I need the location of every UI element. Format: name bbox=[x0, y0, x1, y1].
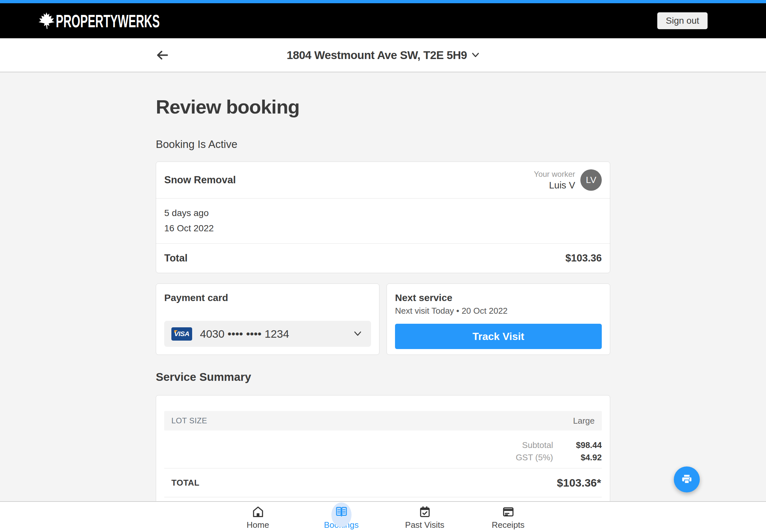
booking-card-header: Snow Removal Your worker Luis V LV bbox=[156, 162, 610, 198]
home-icon bbox=[251, 505, 265, 519]
cards-row: Payment card VISA 4030 •••• •••• 1234 Ne… bbox=[156, 284, 610, 355]
nav-label: Home bbox=[247, 520, 269, 530]
print-fab-button[interactable] bbox=[674, 466, 700, 492]
nav-item-bookings[interactable]: Bookings bbox=[299, 502, 383, 532]
summary-total-row: TOTAL $103.36* bbox=[164, 468, 602, 497]
booking-status-heading: Booking Is Active bbox=[156, 138, 610, 151]
track-visit-button[interactable]: Track Visit bbox=[395, 324, 602, 349]
next-visit-subtitle: Next visit Today • 20 Oct 2022 bbox=[395, 306, 602, 316]
bottom-navigation: Home Bookings Past Visits bbox=[0, 501, 766, 532]
app-header: PROPERTYWERKS Sign out bbox=[0, 3, 766, 38]
maple-leaf-icon bbox=[38, 11, 55, 30]
property-address-dropdown[interactable]: 1804 Westmount Ave SW, T2E 5H9 bbox=[286, 49, 480, 62]
summary-total-value: $103.36* bbox=[557, 477, 601, 489]
booking-card: Snow Removal Your worker Luis V LV 5 day… bbox=[156, 162, 610, 273]
worker-name: Luis V bbox=[534, 179, 575, 191]
worker-label: Your worker bbox=[534, 169, 575, 179]
payment-card-select[interactable]: VISA 4030 •••• •••• 1234 bbox=[164, 321, 371, 347]
calendar-check-icon bbox=[418, 505, 432, 519]
next-service-heading: Next service bbox=[395, 292, 602, 303]
top-accent-bar bbox=[0, 0, 766, 3]
payment-heading: Payment card bbox=[164, 292, 371, 303]
service-name: Snow Removal bbox=[164, 174, 236, 186]
nav-label: Receipts bbox=[492, 520, 525, 530]
gst-label: GST (5%) bbox=[516, 453, 553, 463]
nav-item-past-visits[interactable]: Past Visits bbox=[383, 502, 467, 532]
subtotal-label: Subtotal bbox=[522, 440, 553, 450]
gst-value: $4.92 bbox=[553, 453, 602, 463]
lot-size-value: Large bbox=[573, 416, 595, 426]
bookings-book-icon bbox=[334, 505, 348, 519]
booking-total-row: Total $103.36 bbox=[156, 244, 610, 273]
lot-size-label: LOT SIZE bbox=[171, 416, 207, 425]
booking-card-dates: 5 days ago 16 Oct 2022 bbox=[156, 199, 610, 243]
gst-row: GST (5%) $4.92 bbox=[164, 451, 602, 464]
service-summary-heading: Service Summary bbox=[156, 370, 610, 383]
booking-total-label: Total bbox=[164, 252, 188, 264]
sign-out-button[interactable]: Sign out bbox=[657, 12, 708, 29]
brand-wordmark: PROPERTYWERKS bbox=[56, 10, 160, 31]
booking-date: 16 Oct 2022 bbox=[164, 223, 602, 234]
masked-card-number: 4030 •••• •••• 1234 bbox=[200, 328, 353, 340]
brand-logo[interactable]: PROPERTYWERKS bbox=[38, 10, 224, 31]
page-title: Review booking bbox=[156, 96, 610, 118]
nav-item-receipts[interactable]: Receipts bbox=[467, 502, 550, 532]
worker-avatar[interactable]: LV bbox=[580, 169, 602, 191]
summary-totals: Subtotal $98.44 GST (5%) $4.92 bbox=[164, 439, 602, 464]
worker-info: Your worker Luis V LV bbox=[534, 169, 602, 191]
chevron-down-icon bbox=[353, 331, 362, 337]
printer-icon bbox=[680, 473, 694, 486]
visa-logo-icon: VISA bbox=[171, 327, 192, 341]
back-button[interactable] bbox=[155, 49, 169, 62]
nav-label: Past Visits bbox=[405, 520, 444, 530]
main-content: Review booking Booking Is Active Snow Re… bbox=[156, 96, 610, 524]
address-bar: 1804 Westmount Ave SW, T2E 5H9 bbox=[0, 38, 766, 72]
next-service-panel: Next service Next visit Today • 20 Oct 2… bbox=[387, 284, 610, 355]
property-address: 1804 Westmount Ave SW, T2E 5H9 bbox=[286, 49, 467, 62]
subtotal-row: Subtotal $98.44 bbox=[164, 439, 602, 451]
lot-size-row: LOT SIZE Large bbox=[164, 411, 602, 430]
booking-relative-time: 5 days ago bbox=[164, 208, 602, 218]
payment-card-panel: Payment card VISA 4030 •••• •••• 1234 bbox=[156, 284, 379, 355]
subtotal-value: $98.44 bbox=[553, 440, 602, 450]
chevron-down-icon bbox=[472, 52, 480, 58]
summary-total-label: TOTAL bbox=[171, 478, 200, 488]
nav-item-home[interactable]: Home bbox=[216, 502, 299, 532]
receipt-card-icon bbox=[502, 505, 515, 519]
booking-total-value: $103.36 bbox=[565, 252, 602, 264]
